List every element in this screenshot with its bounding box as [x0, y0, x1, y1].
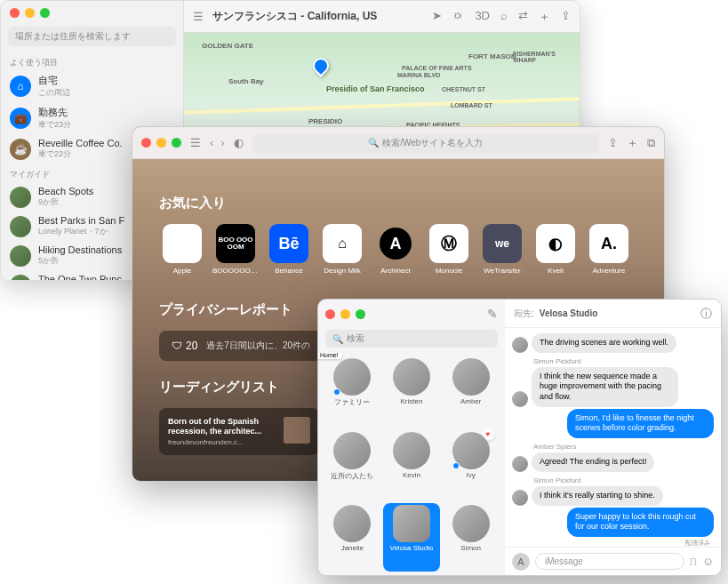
contact-item[interactable]: Home! ファミリー	[324, 356, 381, 427]
message-row: Agreed! The ending is perfect!	[512, 452, 714, 472]
favorite-icon: ☕	[10, 139, 31, 160]
maps-search-input[interactable]: 場所または住所を検索します	[8, 27, 176, 46]
add-icon[interactable]: ＋	[539, 9, 550, 25]
messages-search-input[interactable]: 🔍 検索	[325, 330, 498, 348]
route-icon[interactable]: ⇄	[518, 9, 528, 25]
back-icon[interactable]: ‹	[210, 136, 213, 149]
privacy-count: 20	[186, 340, 197, 352]
contact-item[interactable]: Simon	[442, 503, 500, 572]
messages-chat-pane: 宛先: Velosa Studio ⓘ The driving scenes a…	[505, 300, 721, 575]
contact-item[interactable]: Velosa Studio	[383, 503, 441, 572]
reading-item-thumbnail	[284, 417, 310, 444]
to-label: 宛先:	[514, 308, 534, 320]
reading-item-source: freundevonfreunden.c...	[168, 438, 275, 446]
shield-icon: 🛡	[172, 340, 182, 352]
safari-favorite[interactable]: BOO OOO OOM BOOOOOOOM	[212, 224, 259, 275]
search-icon: 🔍	[332, 334, 343, 344]
3d-icon[interactable]: 3D	[475, 9, 490, 25]
search-icon: 🔍	[368, 138, 379, 148]
contact-item[interactable]: Janelle	[324, 503, 381, 572]
favorite-title: Reveille Coffee Co.	[38, 138, 123, 148]
safari-favorite[interactable]: ◐ Kvell	[532, 224, 579, 275]
favorite-icon: A.	[589, 224, 628, 263]
message-bubble-incoming[interactable]: I think the new sequence made a huge imp…	[532, 367, 678, 407]
favorite-label: Archinect	[372, 267, 419, 275]
message-bubble-incoming[interactable]: I think it's really starting to shine.	[532, 486, 663, 506]
window-controls	[141, 138, 181, 148]
emoji-icon[interactable]: ☺	[702, 555, 714, 568]
tabs-icon[interactable]: ⧉	[647, 136, 655, 150]
favorite-sub: この周辺	[38, 87, 70, 99]
map-pin[interactable]	[309, 54, 332, 76]
app-store-icon[interactable]: A	[512, 553, 530, 571]
close-button[interactable]	[10, 8, 20, 18]
safari-address-bar[interactable]: 🔍 検索/Webサイト名を入力	[252, 133, 599, 153]
share-icon[interactable]: ⇪	[561, 9, 571, 25]
close-button[interactable]	[141, 138, 151, 148]
minimize-button[interactable]	[156, 138, 166, 148]
safari-favorite[interactable]: A Archinect	[372, 224, 419, 275]
window-controls	[325, 309, 365, 319]
safari-favorite[interactable]: Bē Behance	[266, 224, 312, 275]
map-label: Presidio of San Francisco	[326, 84, 425, 93]
minimize-button[interactable]	[340, 309, 350, 319]
contact-avatar	[333, 432, 371, 469]
message-bubble-incoming[interactable]: The driving scenes are working well.	[532, 333, 676, 353]
fullscreen-button[interactable]	[172, 138, 181, 148]
forward-icon[interactable]: ›	[220, 136, 224, 149]
share-icon[interactable]: ⇪	[608, 136, 618, 149]
safari-favorite[interactable]: Apple	[159, 224, 205, 275]
contact-name: Velosa Studio	[390, 544, 434, 552]
sidebar-icon[interactable]: ☰	[190, 136, 201, 149]
fullscreen-button[interactable]	[40, 8, 50, 18]
minimize-button[interactable]	[25, 8, 35, 18]
compose-icon[interactable]: ✎	[487, 307, 498, 321]
message-bubble-outgoing[interactable]: Simon, I'd like to finesse the night sce…	[567, 409, 714, 438]
favorites-heading: お気に入り	[159, 195, 637, 212]
contact-name: Amber	[460, 397, 482, 405]
map-label: LOMBARD ST	[451, 102, 492, 108]
contact-item[interactable]: ♥ Ivy	[442, 430, 500, 500]
privacy-text: 過去7日間以内に、20件の	[206, 340, 310, 352]
audio-icon[interactable]: ⎍	[690, 555, 697, 568]
message-input[interactable]: iMessage	[535, 553, 684, 570]
reading-list-item[interactable]: Born out of the Spanish recession, the a…	[159, 408, 319, 455]
guide-icon	[10, 187, 31, 208]
message-bubble-outgoing[interactable]: Super happy to lock this rough cut for o…	[567, 508, 714, 537]
contact-item[interactable]: Amber	[442, 356, 500, 427]
fullscreen-button[interactable]	[356, 309, 365, 319]
sidebar-toggle-icon[interactable]: ☰	[193, 10, 204, 23]
info-icon[interactable]: ⓘ	[700, 306, 712, 322]
safari-favorite[interactable]: ⌂ Design Milk	[319, 224, 365, 275]
binoculars-icon[interactable]: ⌕	[500, 9, 508, 25]
contact-item[interactable]: Kristen	[383, 356, 441, 427]
message-bubble-incoming[interactable]: Agreed! The ending is perfect!	[532, 452, 654, 472]
new-tab-icon[interactable]: ＋	[627, 135, 638, 151]
contact-item[interactable]: Kevin	[383, 430, 441, 500]
safari-favorite[interactable]: Ⓜ Monocle	[426, 224, 472, 275]
contact-item[interactable]: 近所の人たち	[324, 430, 381, 500]
maps-toolbar: ☰ サンフランシスコ - California, US ➤ ⛭ 3D ⌕ ⇄ ＋…	[184, 1, 580, 33]
chat-body[interactable]: The driving scenes are working well.Simo…	[505, 328, 721, 547]
safari-favorite[interactable]: A. Adventure	[586, 224, 632, 275]
contact-avatar	[452, 505, 490, 542]
map-mode-icon[interactable]: ⛭	[452, 9, 464, 25]
chat-header: 宛先: Velosa Studio ⓘ	[505, 300, 721, 328]
safari-favorite[interactable]: we WeTransfer	[479, 224, 525, 275]
status-dot	[452, 462, 460, 469]
guide-icon	[10, 275, 31, 281]
favorite-icon: we	[483, 224, 522, 263]
shield-icon[interactable]: ◐	[234, 136, 244, 149]
message-avatar	[512, 490, 528, 506]
close-button[interactable]	[325, 309, 335, 319]
favorite-sub: 車で22分	[38, 148, 123, 160]
message-row: I think it's really starting to shine.	[512, 486, 714, 506]
favorite-sub: 車で23分	[38, 119, 71, 131]
map-label: PRESIDIO	[308, 117, 342, 125]
message-row: Simon, I'd like to finesse the night sce…	[512, 409, 714, 438]
contact-name: ファミリー	[334, 397, 370, 407]
contact-avatar	[393, 505, 430, 542]
sidebar-favorite-item[interactable]: ⌂ 自宅 この周辺	[1, 70, 183, 102]
navigate-icon[interactable]: ➤	[432, 9, 442, 25]
message-row: The driving scenes are working well.	[512, 333, 714, 353]
